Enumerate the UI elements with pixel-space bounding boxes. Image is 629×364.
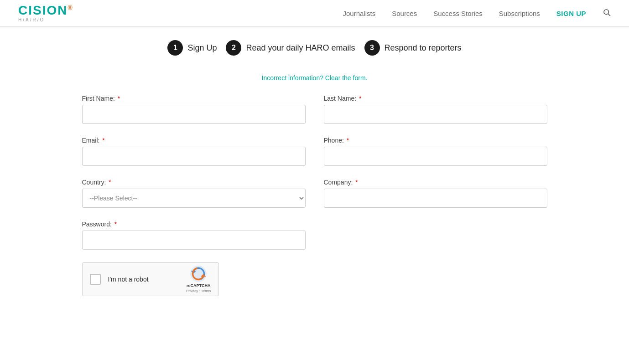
steps-banner: 1 Sign Up 2 Read your daily HARO emails … (0, 27, 629, 65)
email-label: Email: * (82, 137, 306, 144)
recaptcha-area: I'm not a robot reCAPTCHA Privacy · Term… (82, 262, 219, 296)
step-3-label: Respond to reporters (385, 43, 462, 53)
main-nav: Journalists Sources Success Stories Subs… (343, 8, 611, 19)
clear-form-area: Incorrect information? Clear the form. (82, 74, 547, 82)
email-phone-row: Email: * Phone: * (82, 137, 547, 166)
first-name-label: First Name: * (82, 95, 306, 102)
password-row: Password: * (82, 220, 547, 250)
last-name-group: Last Name: * (324, 95, 547, 124)
country-group: Country: * --Please Select-- United Stat… (82, 179, 306, 208)
step-1-label: Sign Up (187, 43, 217, 53)
site-header: CISION® H/A/R/O Journalists Sources Succ… (0, 0, 629, 27)
first-name-input[interactable] (82, 105, 306, 124)
first-name-group: First Name: * (82, 95, 306, 124)
last-name-required: * (357, 95, 361, 102)
nav-success-stories[interactable]: Success Stories (433, 10, 483, 17)
country-label: Country: * (82, 179, 306, 186)
password-input[interactable] (82, 231, 306, 250)
step-2-circle: 2 (226, 40, 241, 56)
step-3: 3 Respond to reporters (364, 40, 462, 56)
recaptcha-logo-area: reCAPTCHA Privacy · Terms (186, 265, 211, 293)
nav-journalists[interactable]: Journalists (343, 10, 375, 17)
step-1: 1 Sign Up (167, 40, 217, 56)
email-input[interactable] (82, 147, 306, 166)
phone-group: Phone: * (324, 137, 547, 166)
search-icon (603, 8, 611, 16)
name-row: First Name: * Last Name: * (82, 95, 547, 124)
country-select[interactable]: --Please Select-- United States United K… (82, 189, 306, 208)
step-2-label: Read your daily HARO emails (246, 43, 355, 53)
nav-sources[interactable]: Sources (392, 10, 417, 17)
signup-form-container: Incorrect information? Clear the form. F… (64, 74, 566, 296)
step-3-circle: 3 (364, 40, 380, 56)
logo: CISION® H/A/R/O (18, 4, 73, 22)
logo-cision: CISION® (18, 4, 73, 17)
recaptcha-checkbox[interactable] (90, 274, 101, 285)
country-required: * (107, 179, 111, 186)
step-2: 2 Read your daily HARO emails (226, 40, 355, 56)
search-button[interactable] (603, 8, 611, 19)
clear-form-link[interactable]: Incorrect information? Clear the form. (262, 74, 368, 82)
first-name-required: * (116, 95, 120, 102)
svg-line-1 (608, 14, 610, 15)
password-label: Password: * (82, 220, 306, 228)
company-group: Company: * (324, 179, 547, 208)
password-group: Password: * (82, 220, 306, 250)
step-1-circle: 1 (167, 40, 183, 56)
phone-required: * (345, 137, 349, 144)
logo-registered: ® (68, 4, 73, 11)
phone-input[interactable] (324, 147, 547, 166)
company-input[interactable] (324, 189, 547, 208)
recaptcha-box: I'm not a robot reCAPTCHA Privacy · Term… (82, 262, 219, 296)
last-name-label: Last Name: * (324, 95, 547, 102)
email-required: * (100, 137, 104, 144)
password-required: * (113, 220, 117, 228)
nav-subscriptions[interactable]: Subscriptions (499, 10, 540, 17)
company-required: * (353, 179, 358, 186)
recaptcha-icon (190, 265, 207, 282)
logo-haro: H/A/R/O (18, 18, 73, 22)
phone-label: Phone: * (324, 137, 547, 144)
last-name-input[interactable] (324, 105, 547, 124)
nav-signup[interactable]: SIGN UP (556, 10, 586, 17)
company-label: Company: * (324, 179, 547, 186)
email-group: Email: * (82, 137, 306, 166)
country-company-row: Country: * --Please Select-- United Stat… (82, 179, 547, 208)
recaptcha-label: I'm not a robot (108, 276, 179, 283)
recaptcha-brand-text: reCAPTCHA Privacy · Terms (186, 283, 211, 293)
